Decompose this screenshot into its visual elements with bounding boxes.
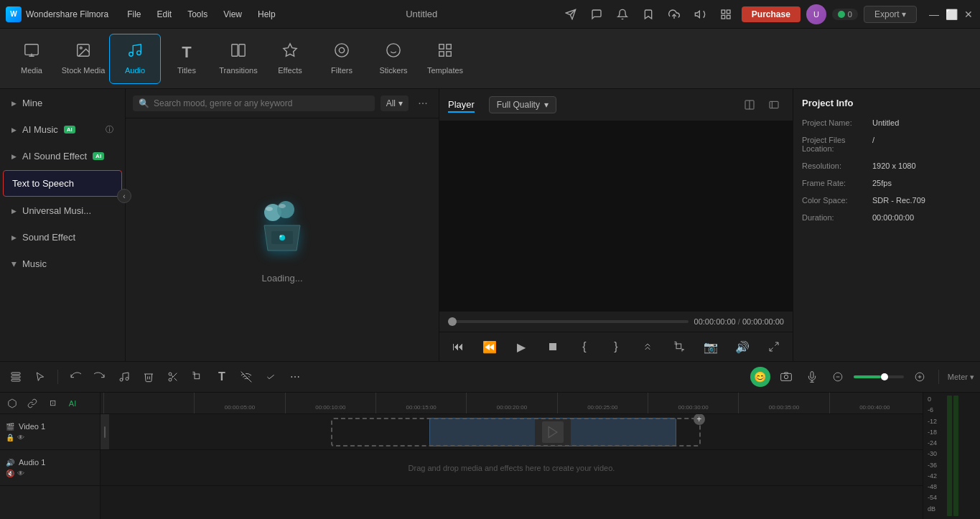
sidebar-collapse-button[interactable]: ‹ xyxy=(117,189,131,203)
redo-button[interactable] xyxy=(90,367,110,387)
minimize-button[interactable]: — xyxy=(928,9,940,20)
sidebar-item-mine[interactable]: ▶ Mine xyxy=(3,90,122,116)
camera-button[interactable] xyxy=(776,367,796,387)
snap-button[interactable] xyxy=(4,396,20,411)
stop-button[interactable]: ⏹ xyxy=(543,337,563,357)
info-label-colorspace: Color Space: xyxy=(802,196,867,205)
timeline-ruler: 00:00:05:00 00:00:10:00 00:00:15:00 00:0… xyxy=(101,393,923,414)
toolbar-templates[interactable]: Templates xyxy=(419,34,471,84)
link-button[interactable] xyxy=(24,396,40,411)
step-back-button[interactable]: ⏮ xyxy=(448,337,468,357)
avatar[interactable]: U xyxy=(806,4,826,24)
ai-color-button[interactable]: AI xyxy=(65,396,80,411)
chevron-right-icon: ▶ xyxy=(11,100,17,107)
grid-icon[interactable] xyxy=(716,4,736,24)
mic-button[interactable] xyxy=(802,367,822,387)
player-tab[interactable]: Player xyxy=(448,98,475,113)
progress-track[interactable] xyxy=(448,320,689,323)
sidebar-item-universal-music[interactable]: ▶ Universal Musi... xyxy=(3,198,122,223)
smart-tool-button[interactable]: 😊 xyxy=(750,367,770,387)
more-options-button[interactable]: ··· xyxy=(414,95,431,112)
frame-back-button[interactable]: ⏪ xyxy=(480,337,500,357)
svg-rect-7 xyxy=(722,15,725,19)
toolbar-transitions[interactable]: Transitions xyxy=(213,34,264,84)
menu-tools[interactable]: Tools xyxy=(180,6,215,22)
svg-rect-40 xyxy=(11,379,20,381)
toolbar-media[interactable]: Media xyxy=(6,34,57,84)
player-controls: ⏮ ⏪ ▶ ⏹ { } 📷 🔊 xyxy=(439,332,793,361)
info-row-framerate: Frame Rate: 25fps xyxy=(802,179,971,187)
volume-slider[interactable] xyxy=(854,375,904,378)
upload-icon[interactable] xyxy=(664,4,684,24)
sidebar-item-text-to-speech[interactable]: Text to Speech xyxy=(3,170,122,197)
split-view-button[interactable] xyxy=(739,95,760,115)
timeline-layout-button[interactable] xyxy=(6,367,26,387)
menu-file[interactable]: File xyxy=(120,6,148,22)
svg-marker-15 xyxy=(284,44,297,56)
timeline-ruler-tracks: 00:00:05:00 00:00:10:00 00:00:15:00 00:0… xyxy=(101,393,923,519)
sidebar-item-music[interactable]: ▶ Music xyxy=(3,251,122,276)
svg-marker-3 xyxy=(695,11,699,17)
menu-edit[interactable]: Edit xyxy=(150,6,179,22)
sidebar-item-sound-effect[interactable]: ▶ Sound Effect xyxy=(3,225,122,250)
toolbar-effects[interactable]: Effects xyxy=(264,34,316,84)
cut-button[interactable] xyxy=(163,367,183,387)
menu-view[interactable]: View xyxy=(216,6,249,22)
toolbar-filters[interactable]: Filters xyxy=(316,34,368,84)
search-input[interactable] xyxy=(154,98,369,108)
effects-icon xyxy=(282,42,298,62)
toolbar-audio[interactable]: Audio xyxy=(109,34,161,84)
export-button[interactable]: Export ▾ xyxy=(864,6,917,23)
info-label-resolution: Resolution: xyxy=(802,162,867,170)
send-icon[interactable] xyxy=(561,4,581,24)
notification-icon[interactable] xyxy=(612,4,633,24)
fullscreen-view-button[interactable] xyxy=(764,95,784,115)
sidebar-item-ai-music[interactable]: ▶ AI Music AI ⓘ xyxy=(3,117,122,142)
close-button[interactable]: ✕ xyxy=(963,9,974,20)
toolbar-stickers[interactable]: Stickers xyxy=(368,34,419,84)
purchase-button[interactable]: Purchase xyxy=(742,6,801,22)
delete-button[interactable] xyxy=(139,367,159,387)
filter-dropdown[interactable]: All ▾ xyxy=(381,95,409,111)
search-input-wrap[interactable]: 🔍 xyxy=(133,95,375,111)
mark-in-button[interactable]: { xyxy=(574,337,594,357)
track-name-audio1: Audio 1 xyxy=(19,458,45,467)
bookmark-icon[interactable] xyxy=(638,4,658,24)
snapshot-button[interactable]: 📷 xyxy=(701,337,721,357)
add-to-timeline-button[interactable] xyxy=(638,337,658,357)
add-audio-button[interactable] xyxy=(114,367,134,387)
text-button[interactable]: T xyxy=(212,367,232,387)
undo-button[interactable] xyxy=(65,367,85,387)
quality-dropdown[interactable]: Full Quality ▾ xyxy=(489,96,556,113)
crop-timeline-button[interactable] xyxy=(187,367,207,387)
templates-label: Templates xyxy=(427,66,463,75)
magnet-button[interactable]: ⊡ xyxy=(45,396,60,411)
timeline-select-button[interactable] xyxy=(30,367,50,387)
vol-minus-button[interactable] xyxy=(828,367,848,387)
detach-audio-button[interactable] xyxy=(236,367,256,387)
vol-plus-button[interactable] xyxy=(910,367,930,387)
separator xyxy=(57,370,58,384)
chevron-down-icon: ▾ xyxy=(398,98,403,108)
stickers-icon xyxy=(386,42,401,62)
meter-label[interactable]: Meter ▾ xyxy=(948,373,974,382)
chat-icon[interactable] xyxy=(587,4,607,24)
toolbar-titles[interactable]: T Titles xyxy=(161,34,213,84)
solo-icon: 👁 xyxy=(17,469,24,477)
mark-out-button[interactable]: } xyxy=(606,337,626,357)
maximize-button[interactable]: ⬜ xyxy=(946,9,957,20)
sidebar-item-ai-sound-effect[interactable]: ▶ AI Sound Effect AI xyxy=(3,144,122,169)
toolbar-stock-media[interactable]: Stock Media xyxy=(57,34,109,84)
info-value-duration: 00:00:00:00 xyxy=(872,213,914,222)
crop-button[interactable] xyxy=(669,337,689,357)
play-button[interactable]: ▶ xyxy=(511,337,531,357)
credit-badge[interactable]: 0 xyxy=(832,9,858,20)
menu-help[interactable]: Help xyxy=(251,6,283,22)
sound-icon[interactable] xyxy=(690,4,710,24)
info-value-resolution: 1920 x 1080 xyxy=(872,162,916,170)
sidebar-sound-effect-label: Sound Effect xyxy=(22,232,75,243)
settings-button[interactable] xyxy=(764,337,784,357)
audio-button[interactable]: 🔊 xyxy=(732,337,752,357)
more-timeline-button[interactable]: ⋯ xyxy=(285,367,305,387)
speed-button[interactable] xyxy=(261,367,281,387)
